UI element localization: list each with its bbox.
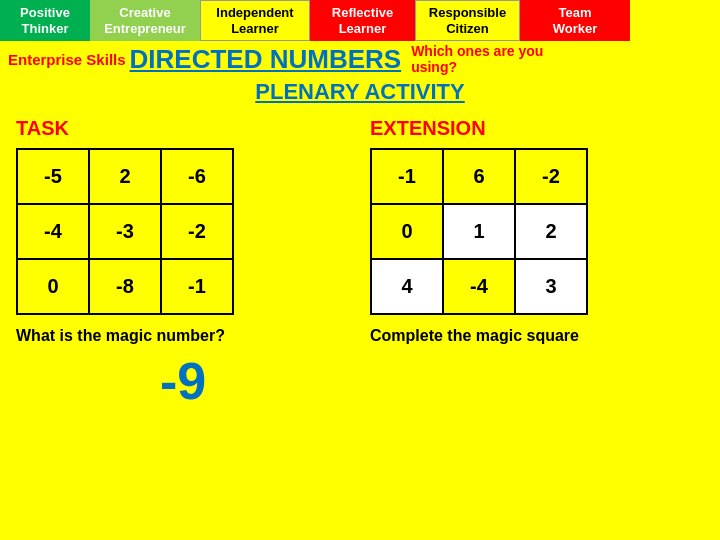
table-cell: 0 [371, 204, 443, 259]
task-label: TASK [16, 117, 350, 140]
table-cell: -8 [89, 259, 161, 314]
table-row: 0 1 2 [371, 204, 587, 259]
badge-team-worker: TeamWorker [520, 0, 630, 41]
title-row: Enterprise Skills DIRECTED NUMBERS Which… [0, 41, 720, 77]
enterprise-label: Enterprise Skills [0, 51, 126, 68]
magic-number-label: What is the magic number? [16, 327, 350, 345]
table-cell: -1 [161, 259, 233, 314]
table-cell: -2 [515, 149, 587, 204]
extension-grid: -1 6 -2 0 1 2 4 -4 3 [370, 148, 588, 315]
table-row: 0 -8 -1 [17, 259, 233, 314]
task-grid: -5 2 -6 -4 -3 -2 0 -8 -1 [16, 148, 234, 315]
which-ones-label: Which ones are youusing? [411, 43, 543, 75]
table-cell: 2 [515, 204, 587, 259]
table-cell: -4 [17, 204, 89, 259]
table-cell: 4 [371, 259, 443, 314]
task-section: TASK -5 2 -6 -4 -3 -2 0 -8 -1 What is th… [16, 117, 350, 411]
table-cell: 3 [515, 259, 587, 314]
table-cell: -4 [443, 259, 515, 314]
extension-label: EXTENSION [370, 117, 704, 140]
table-cell: -2 [161, 204, 233, 259]
top-bar: PositiveThinker CreativeEntrepreneur Ind… [0, 0, 720, 41]
table-row: -4 -3 -2 [17, 204, 233, 259]
table-cell: 1 [443, 204, 515, 259]
table-cell: -6 [161, 149, 233, 204]
badge-independent-learner: IndependentLearner [200, 0, 310, 41]
table-row: 4 -4 3 [371, 259, 587, 314]
badge-creative-entrepreneur: CreativeEntrepreneur [90, 0, 200, 41]
table-row: -1 6 -2 [371, 149, 587, 204]
table-cell: -1 [371, 149, 443, 204]
magic-answer: -9 [16, 351, 350, 411]
table-cell: -5 [17, 149, 89, 204]
extension-section: EXTENSION -1 6 -2 0 1 2 4 -4 3 Complete … [370, 117, 704, 411]
badge-responsible-citizen: ResponsibleCitizen [415, 0, 520, 41]
badge-positive-thinker: PositiveThinker [0, 0, 90, 41]
table-cell: 6 [443, 149, 515, 204]
table-cell: 0 [17, 259, 89, 314]
badge-reflective-learner: ReflectiveLearner [310, 0, 415, 41]
table-row: -5 2 -6 [17, 149, 233, 204]
complete-label: Complete the magic square [370, 327, 704, 345]
directed-numbers-title: DIRECTED NUMBERS [130, 44, 402, 75]
main-content: TASK -5 2 -6 -4 -3 -2 0 -8 -1 What is th… [0, 107, 720, 421]
table-cell: -3 [89, 204, 161, 259]
table-cell: 2 [89, 149, 161, 204]
plenary-title: PLENARY ACTIVITY [0, 77, 720, 107]
